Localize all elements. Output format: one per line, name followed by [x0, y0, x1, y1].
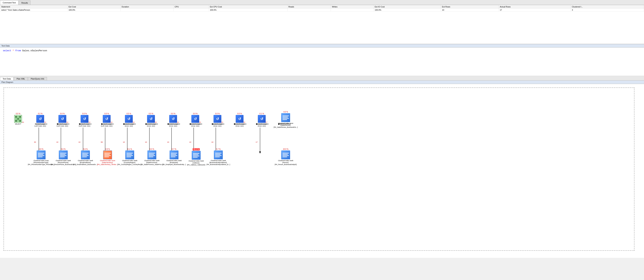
- node-nl7[interactable]: 0.0 % ↺ Nested Loops(Inner Join): [162, 113, 184, 127]
- node-cisk-personphone[interactable]: 5.6 % Clustered Index Seek[PersonPhone].…: [52, 148, 75, 165]
- node-nl3[interactable]: 0.0 % ↺ Nested Loops(Left Outer Join): [74, 113, 95, 127]
- nested-icon-2: ↺: [58, 115, 66, 123]
- clustered-seek-icon-8: [281, 150, 290, 159]
- results-panel: Statement Est Cost Duration CPU Est CPU …: [0, 5, 644, 44]
- clustered-seek-icon-2: [81, 150, 90, 159]
- node-cisk-person[interactable]: 10.0 % Clustered Index Seek[Person].[PK_…: [273, 148, 298, 165]
- node-nl6[interactable]: 0.0 % ↺ Nested Loops(Inner Join): [140, 113, 162, 127]
- svg-text:10: 10: [145, 141, 147, 143]
- node-cisk-stateprovince[interactable]: 9.3 % Clustered Index Seek[StateProvince…: [140, 148, 164, 165]
- clustered-seek-icon-7: [214, 150, 223, 159]
- svg-text:99: 99: [101, 141, 103, 143]
- node-cisk-personphone-pct: 5.6 %: [61, 148, 66, 150]
- top-tab-bar: Command Text Results: [0, 0, 644, 5]
- node-cisk-address[interactable]: 35.1 % Clustered Index Seek[Address].[PK…: [185, 148, 208, 166]
- table-row[interactable]: select * from Sales.vSalesPerson 100.0% …: [0, 9, 644, 12]
- tab-plan-xml[interactable]: Plan XML: [14, 77, 28, 80]
- arrows-svg: 10 10 10 10 10 10 10 10 10 10 10 17 30 1…: [4, 88, 634, 250]
- node-nl10[interactable]: 0.0 % ↺ Nested Loops(Inner Join): [229, 113, 250, 127]
- node-nl3-pct: 0.0 %: [82, 113, 87, 115]
- plan-diagram[interactable]: 10 10 10 10 10 10 10 10 10 10 10 17 30 1…: [0, 84, 644, 258]
- tab-text-data[interactable]: Text Data: [0, 77, 14, 80]
- clustered-seek-icon-4: [148, 150, 156, 159]
- node-nl5[interactable]: 0.5 % ↺ Nested Loops(Inner Join): [118, 113, 140, 127]
- node-cis-phonenumbertype-label: Clustered Index Scan[PhoneNumberType].[P…: [28, 160, 54, 165]
- svg-text:10: 10: [189, 141, 192, 143]
- node-cis-salesperson-label: Clustered Index Scan[SalesPerson].[PK_Sa…: [274, 122, 298, 128]
- clustered-seek-icon-3: [125, 150, 134, 159]
- node-cisk-emailaddress[interactable]: 5.6 % Clustered Index Seek[EmailAddress]…: [74, 148, 97, 165]
- node-nl11-pct: 0.1 %: [260, 113, 264, 115]
- node-cisk-person-pct: 10.0 %: [283, 148, 288, 150]
- clustered-scan-icon-1: [281, 113, 290, 122]
- node-nl1[interactable]: 0.2 % ↺ Nested Loops(Left Outer Join): [30, 113, 51, 127]
- node-cis-phonenumbertype[interactable]: 4.8 % Clustered Index Scan[PhoneNumberTy…: [30, 148, 53, 165]
- cell-statement: select * from Sales.vSalesPerson: [0, 9, 68, 12]
- tab-plan-query-info[interactable]: Plan/Query Info: [28, 77, 47, 80]
- node-cisk-personphone-label: Clustered Index Seek[PersonPhone].[PK_Pe…: [51, 160, 76, 165]
- nested-icon-8: ↺: [192, 115, 199, 123]
- cell-duration: [120, 9, 174, 12]
- col-est-io-cost: Est IO Cost: [374, 5, 441, 9]
- plan-canvas: 10 10 10 10 10 10 10 10 10 10 10 17 30 1…: [0, 84, 638, 254]
- cell-est-cpu-cost: 100.0%: [209, 9, 287, 12]
- svg-text:10: 10: [78, 141, 81, 143]
- node-cisk-address-label: Clustered Index Seek[Address].[PK_Addres…: [187, 160, 205, 166]
- svg-text:30: 30: [34, 141, 36, 143]
- svg-text:10: 10: [212, 141, 214, 143]
- node-cisk-emailaddress-label: Clustered Index Seek[EmailAddress].[PK_E…: [73, 160, 98, 165]
- node-select[interactable]: 0.0 % SELECT: [8, 113, 29, 125]
- text-data-panel[interactable]: select * from Sales.vSalesPerson: [0, 48, 644, 76]
- nested-icon-9: ↺: [214, 115, 221, 123]
- node-nl11[interactable]: 0.1 % ↺ Nested Loops(Inner Join): [251, 113, 272, 127]
- col-writes: Writes: [331, 5, 374, 9]
- svg-text:10: 10: [123, 141, 125, 143]
- node-nl7-pct: 0.0 %: [171, 113, 176, 115]
- node-cis-salesperson-pct: 4.0 %: [283, 111, 288, 113]
- nested-icon-5: ↺: [125, 115, 133, 123]
- node-cis-salesterritory[interactable]: 4.9 % Clustered Index Scan[SalesTerritor…: [96, 148, 119, 165]
- node-cisk-businessentityaddress-label: Clustered Index Seek[BusinessEntityAddre…: [207, 160, 230, 165]
- clustered-seek-icon-1: [59, 150, 68, 159]
- node-cis-phonenumbertype-pct: 4.8 %: [39, 148, 44, 150]
- node-cis-salesterritory-pct: 4.9 %: [105, 148, 110, 150]
- tab-command-text[interactable]: Command Text: [0, 0, 18, 5]
- node-select-label: SELECT: [15, 123, 21, 125]
- clustered-scan-icon-2: [37, 150, 46, 159]
- node-cisk-businessentityaddress[interactable]: 5.7 % Clustered Index Seek[BusinessEntit…: [207, 148, 230, 165]
- cell-reads: [287, 9, 331, 12]
- node-cisk-employee-label: Clustered Index Seek[Employee].[PK_Emplo…: [162, 160, 186, 165]
- node-nl5-pct: 0.5 %: [126, 113, 131, 115]
- nested-icon-6: ↺: [147, 115, 155, 123]
- cell-writes: [331, 9, 374, 12]
- nested-icon-3: ↺: [81, 115, 88, 123]
- node-nl9[interactable]: 0.0 % ↺ Nested Loops(Inner Join): [207, 113, 228, 127]
- nested-icon-11: ↺: [258, 115, 266, 123]
- cell-est-rows: 10: [441, 9, 499, 12]
- node-nl2[interactable]: 0.0 % ↺ Nested Loops(Left Outer Join): [52, 113, 73, 127]
- text-data-section-header: Text Data: [0, 44, 644, 48]
- node-cis-salesperson[interactable]: 4.0 % Clustered Index Scan[SalesPerson].…: [273, 111, 298, 128]
- cell-est-cost: 100.0%: [68, 9, 120, 12]
- node-nl8[interactable]: 0.0 % ↺ Nested Loops(Inner Join): [185, 113, 206, 127]
- node-cisk-employee[interactable]: 5.7 % Clustered Index Seek[Employee].[PK…: [162, 148, 186, 165]
- node-cisk-employee-pct: 5.7 %: [172, 148, 176, 150]
- nested-icon-4: ↺: [103, 115, 110, 123]
- col-cpu: CPU: [174, 5, 209, 9]
- node-cisk-address-pct: 35.1 %: [193, 148, 200, 150]
- col-duration: Duration: [120, 5, 174, 9]
- node-nl8-pct: 0.0 %: [193, 113, 198, 115]
- tab-results[interactable]: Results: [19, 1, 31, 5]
- col-clustered: Clustered I...: [571, 5, 644, 9]
- node-nl4[interactable]: 0.0 % ↺ Nested Loops(Left Outer Join): [96, 113, 117, 127]
- node-nl9-label: Nested Loops(Inner Join): [212, 123, 222, 127]
- node-cisk-businessentityaddress-pct: 5.7 %: [216, 148, 221, 150]
- col-reads: Reads: [287, 5, 331, 9]
- node-cisk-countryregion[interactable]: 8.1 % Clustered Index Seek[CountryRegion…: [118, 148, 141, 165]
- cell-cpu: [174, 9, 209, 12]
- cell-actual-rows: 17: [499, 9, 571, 12]
- nested-icon-7: ↺: [169, 115, 177, 123]
- node-cisk-countryregion-pct: 8.1 %: [128, 148, 132, 150]
- svg-text:10: 10: [167, 141, 169, 143]
- node-nl10-label: Nested Loops(Inner Join): [235, 123, 244, 127]
